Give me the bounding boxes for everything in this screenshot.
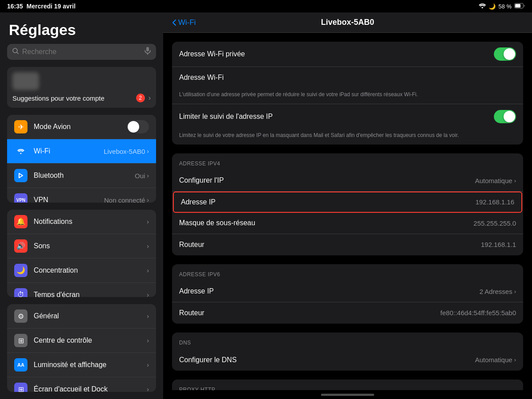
centre-controle-icon: ⊞: [14, 334, 27, 347]
status-bar: 16:35 Mercredi 19 avril 🌙 58 %: [0, 0, 532, 12]
wifi-sidebar-icon: [14, 145, 27, 158]
limiter-suivi-label: Limiter le suivi de l'adresse IP: [179, 113, 273, 121]
concentration-label: Concentration: [34, 266, 147, 274]
routeur-v6-row[interactable]: Routeur fe80::46d4:54ff:fe55:5ab0: [172, 302, 523, 324]
luminosite-icon: AA: [14, 358, 27, 372]
account-chevron-icon: ›: [149, 94, 151, 102]
search-input[interactable]: [22, 48, 141, 56]
adresse-wifi-privee-label: Adresse Wi-Fi privée: [179, 50, 245, 58]
sidebar-item-airplane[interactable]: ✈ Mode Avion: [7, 115, 156, 139]
general-label: Général: [34, 312, 147, 320]
adresse-ip-v6-label: Adresse IP: [179, 287, 214, 295]
bluetooth-label: Bluetooth: [34, 172, 135, 180]
limiter-suivi-row[interactable]: Limiter le suivi de l'adresse IP: [172, 104, 523, 129]
ipv4-section-label: ADRESSE IPV4: [172, 153, 523, 170]
airplane-icon: ✈: [14, 120, 27, 133]
sidebar-item-temps-ecran[interactable]: ⏱ Temps d'écran ›: [7, 283, 156, 297]
temps-ecran-icon: ⏱: [14, 288, 27, 297]
nav-title: Livebox-5AB0: [321, 18, 374, 27]
sidebar-item-concentration[interactable]: 🌙 Concentration ›: [7, 258, 156, 283]
vpn-label: VPN: [34, 196, 104, 203]
routeur-v6-value: fe80::46d4:54ff:fe55:5ab0: [440, 309, 516, 317]
wifi-chevron-icon: ›: [147, 148, 149, 155]
ipv4-section: ADRESSE IPV4 Configurer l'IP Automatique…: [172, 153, 523, 255]
home-indicator: [163, 390, 532, 399]
adresse-wifi-privee-row[interactable]: Adresse Wi-Fi privée: [172, 42, 523, 67]
luminosite-label: Luminosité et affichage: [34, 361, 147, 369]
vpn-chevron-icon: ›: [147, 196, 149, 203]
adresse-ip-row[interactable]: Adresse IP 192.168.1.16: [173, 192, 522, 213]
configurer-ip-row[interactable]: Configurer l'IP Automatique ›: [172, 170, 523, 192]
ipv6-section: ADRESSE IPV6 Adresse IP 2 Adresses › Rou…: [172, 264, 523, 324]
configurer-ip-value-container: Automatique ›: [475, 177, 516, 184]
sidebar-item-sons[interactable]: 🔊 Sons ›: [7, 234, 156, 258]
configurer-ip-chevron-icon: ›: [514, 177, 516, 184]
bluetooth-value: Oui: [135, 172, 145, 180]
masque-row[interactable]: Masque de sous-réseau 255.255.255.0: [172, 213, 523, 234]
svg-point-4: [20, 153, 22, 154]
wifi-label: Wi-Fi: [34, 147, 104, 155]
status-right: 🌙 58 %: [479, 3, 525, 10]
sidebar: Réglages Suggestions pour votre comp: [0, 12, 163, 399]
status-time: 16:35: [7, 3, 23, 10]
general-group: ⚙ Général › ⊞ Centre de contrôle › AA Lu…: [7, 304, 156, 392]
sidebar-item-ecran-accueil[interactable]: ⊞ Écran d'accueil et Dock ›: [7, 377, 156, 392]
moon-icon: 🌙: [489, 3, 496, 10]
airplane-toggle[interactable]: [127, 120, 149, 133]
content-area: Adresse Wi-Fi privée Adresse Wi-Fi L'uti…: [163, 33, 532, 390]
toggle-thumb: [128, 121, 139, 133]
back-label: Wi-Fi: [178, 18, 196, 27]
routeur-label: Routeur: [179, 241, 204, 249]
bluetooth-chevron-icon: ›: [147, 172, 149, 179]
sidebar-item-general[interactable]: ⚙ Général ›: [7, 304, 156, 329]
system-group: 🔔 Notifications › 🔊 Sons › 🌙 Concentrati…: [7, 210, 156, 297]
general-icon: ⚙: [14, 309, 27, 323]
centre-controle-label: Centre de contrôle: [34, 336, 147, 344]
ipv6-section-label: ADRESSE IPV6: [172, 264, 523, 281]
luminosite-chevron-icon: ›: [147, 361, 149, 368]
masque-label: Masque de sous-réseau: [179, 219, 255, 227]
sidebar-item-bluetooth[interactable]: Bluetooth Oui ›: [7, 164, 156, 188]
limiter-suivi-description: Limitez le suivi de votre adresse IP en …: [172, 129, 523, 145]
vpn-value: Non connecté: [104, 196, 145, 203]
back-button[interactable]: Wi-Fi: [172, 18, 196, 27]
routeur-v6-label: Routeur: [179, 309, 204, 317]
bluetooth-icon: [14, 169, 27, 182]
adresse-wifi-description: L'utilisation d'une adresse privée perme…: [172, 88, 523, 104]
adresse-ip-v6-row[interactable]: Adresse IP 2 Adresses ›: [172, 281, 523, 302]
sidebar-item-notifications[interactable]: 🔔 Notifications ›: [7, 210, 156, 234]
masque-value: 255.255.255.0: [473, 219, 516, 227]
wifi-value: Livebox-5AB0: [104, 148, 145, 155]
adresse-wifi-row[interactable]: Adresse Wi-Fi: [172, 67, 523, 88]
vpn-icon: VPN: [14, 193, 27, 203]
sidebar-item-vpn[interactable]: VPN VPN Non connecté ›: [7, 188, 156, 203]
adresse-wifi-privee-toggle[interactable]: [494, 47, 516, 61]
battery-icon: [514, 3, 525, 10]
search-bar[interactable]: [7, 44, 156, 60]
proxy-section-label: PROXY HTTP: [172, 379, 523, 390]
account-avatar: [12, 72, 39, 90]
adresse-wifi-label: Adresse Wi-Fi: [179, 74, 223, 82]
sidebar-item-luminosite[interactable]: AA Luminosité et affichage ›: [7, 353, 156, 377]
account-label: Suggestions pour votre compte: [12, 94, 105, 102]
status-left: 16:35 Mercredi 19 avril: [7, 3, 75, 10]
notifications-label: Notifications: [34, 218, 147, 226]
sons-chevron-icon: ›: [147, 243, 149, 250]
toggle-thumb: [504, 48, 515, 60]
adresse-ip-v6-value-container: 2 Adresses ›: [479, 288, 516, 295]
configurer-dns-value-container: Automatique ›: [475, 356, 516, 364]
sidebar-item-wifi[interactable]: Wi-Fi Livebox-5AB0 ›: [7, 139, 156, 164]
right-panel: Wi-Fi Livebox-5AB0 Adresse Wi-Fi privée …: [163, 12, 532, 399]
adresse-ip-value: 192.168.1.16: [475, 198, 514, 206]
privacy-section: Adresse Wi-Fi privée Adresse Wi-Fi L'uti…: [172, 42, 523, 145]
configurer-ip-label: Configurer l'IP: [179, 176, 224, 184]
general-chevron-icon: ›: [147, 313, 149, 320]
routeur-row[interactable]: Routeur 192.168.1.1: [172, 234, 523, 255]
account-section[interactable]: Suggestions pour votre compte 2 ›: [7, 67, 156, 108]
configurer-dns-row[interactable]: Configurer le DNS Automatique ›: [172, 349, 523, 371]
sidebar-item-centre-controle[interactable]: ⊞ Centre de contrôle ›: [7, 329, 156, 353]
adresse-ip-v6-chevron-icon: ›: [514, 288, 516, 295]
limiter-suivi-toggle[interactable]: [494, 110, 516, 123]
sidebar-title: Réglages: [0, 12, 163, 44]
battery-label: 58 %: [498, 3, 512, 10]
